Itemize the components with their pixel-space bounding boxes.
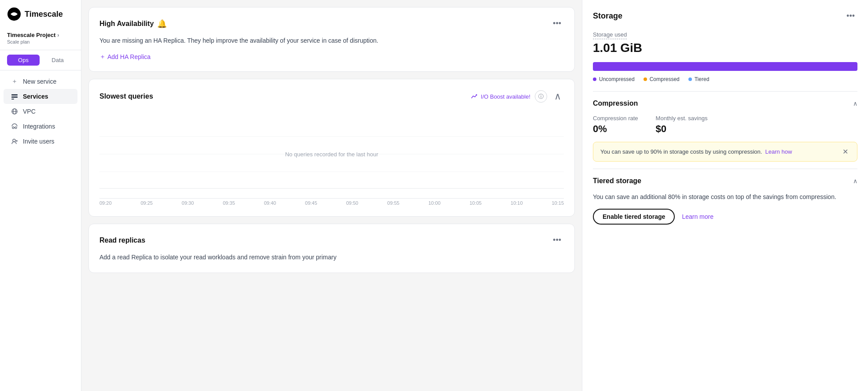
compression-rate-label: Compression rate [593, 115, 638, 122]
ha-card-header: High Availability 🔔 ••• [99, 18, 564, 29]
plus-icon: ＋ [99, 53, 106, 61]
read-replicas-more-button[interactable]: ••• [550, 235, 564, 246]
sidebar-item-services[interactable]: Services [4, 89, 77, 104]
chevron-right-icon: › [57, 32, 59, 38]
compression-info-banner: You can save up to 90% in storage costs … [593, 142, 857, 162]
tiered-storage-collapse-button[interactable] [853, 176, 857, 185]
query-info-button[interactable]: ⓘ [535, 90, 547, 103]
tiered-dot [688, 77, 692, 81]
storage-used-section: Storage used 1.01 GiB [593, 30, 857, 55]
sidebar-item-integrations[interactable]: Integrations [4, 119, 77, 134]
plus-icon: ＋ [11, 77, 18, 85]
main-content: High Availability 🔔 ••• You are missing … [81, 0, 868, 391]
chevron-up-icon [853, 99, 857, 107]
monthly-savings-label: Monthly est. savings [656, 115, 708, 122]
storage-bar [593, 62, 857, 71]
tiered-storage-description: You can save an additional 80% in storag… [593, 192, 857, 202]
services-icon [11, 92, 18, 100]
svg-point-7 [12, 127, 14, 129]
ha-card: High Availability 🔔 ••• You are missing … [88, 7, 575, 72]
compression-section-header: Compression [593, 99, 857, 108]
integrations-icon [11, 122, 18, 130]
read-replicas-title: Read replicas [99, 236, 145, 244]
tab-data[interactable]: Data [41, 55, 74, 66]
svg-rect-3 [11, 99, 14, 100]
enable-tiered-storage-button[interactable]: Enable tiered storage [593, 209, 675, 225]
tiered-storage-section-header: Tiered storage [593, 176, 857, 185]
svg-rect-1 [11, 94, 18, 96]
legend-tiered: Tiered [688, 76, 710, 82]
ha-card-title: High Availability 🔔 [99, 19, 167, 29]
svg-rect-2 [11, 96, 18, 98]
query-header-right: I/O Boost available! ⓘ ∧ [471, 90, 564, 103]
learn-how-link[interactable]: Learn how [765, 148, 792, 155]
uncompressed-dot [593, 77, 596, 81]
project-name[interactable]: Timescale Project › [7, 32, 74, 38]
legend-compressed: Compressed [644, 76, 680, 82]
sidebar-nav: ＋ New service Services VPC Integrations [0, 70, 81, 384]
tab-switcher: Ops Data [0, 50, 81, 70]
project-plan: Scale plan [7, 39, 74, 44]
compression-rate-metric: Compression rate 0% [593, 115, 638, 135]
svg-point-8 [15, 127, 17, 129]
compression-metrics: Compression rate 0% Monthly est. savings… [593, 115, 857, 135]
learn-more-link[interactable]: Learn more [682, 213, 714, 220]
legend-uncompressed: Uncompressed [593, 76, 635, 82]
read-replicas-description: Add a read Replica to isolate your read … [99, 253, 564, 262]
no-data-label: No queries recorded for the last hour [285, 151, 379, 158]
tiered-storage-actions: Enable tiered storage Learn more [593, 209, 857, 225]
tab-ops[interactable]: Ops [7, 55, 40, 66]
vpc-icon [11, 107, 18, 115]
storage-legend: Uncompressed Compressed Tiered [593, 76, 857, 82]
chart-icon [471, 93, 478, 100]
new-service-button[interactable]: ＋ New service [4, 74, 77, 89]
app-name: Timescale [25, 10, 63, 19]
compression-collapse-button[interactable] [853, 99, 857, 108]
add-ha-link[interactable]: ＋ Add HA Replica [99, 53, 151, 61]
ha-more-button[interactable]: ••• [550, 18, 564, 29]
timescale-logo-icon [7, 7, 21, 21]
ha-bell-icon: 🔔 [157, 19, 167, 29]
invite-users-icon [11, 137, 18, 145]
compression-rate-value: 0% [593, 123, 638, 135]
slowest-queries-card: Slowest queries I/O Boost available! ⓘ ∧ [88, 79, 575, 217]
compressed-dot [644, 77, 647, 81]
slowest-queries-title: Slowest queries [99, 92, 153, 100]
compression-info-text: You can save up to 90% in storage costs … [600, 148, 792, 155]
read-replicas-card: Read replicas ••• Add a read Replica to … [88, 224, 575, 273]
slowest-queries-header: Slowest queries I/O Boost available! ⓘ ∧ [99, 90, 564, 103]
sidebar-item-vpc[interactable]: VPC [4, 104, 77, 119]
svg-point-10 [13, 139, 15, 142]
storage-used-label: Storage used [593, 31, 627, 39]
info-banner-close-button[interactable]: ✕ [841, 148, 850, 156]
divider-2 [593, 169, 857, 169]
tiered-chevron-up-icon [853, 176, 857, 185]
tiered-storage-title: Tiered storage [593, 177, 641, 185]
monthly-savings-value: $0 [656, 123, 708, 135]
project-section: Timescale Project › Scale plan [0, 28, 81, 50]
ha-description: You are missing an HA Replica. They help… [99, 36, 564, 45]
io-boost-link[interactable]: I/O Boost available! [471, 93, 530, 100]
storage-used-value: 1.01 GiB [593, 41, 857, 55]
storage-more-button[interactable]: ••• [844, 11, 857, 22]
app-logo: Timescale [0, 7, 81, 28]
read-replicas-header: Read replicas ••• [99, 235, 564, 246]
storage-title: Storage [593, 11, 622, 21]
storage-header: Storage ••• [593, 11, 857, 22]
sidebar: Timescale Timescale Project › Scale plan… [0, 0, 81, 391]
divider-1 [593, 91, 857, 92]
query-collapse-button[interactable]: ∧ [552, 90, 564, 103]
chart-area: No queries recorded for the last hour [99, 110, 564, 198]
chart-x-axis: 09:20 09:25 09:30 09:35 09:40 09:45 09:5… [99, 198, 564, 206]
compression-title: Compression [593, 100, 638, 107]
center-panel: High Availability 🔔 ••• You are missing … [81, 0, 582, 391]
monthly-savings-metric: Monthly est. savings $0 [656, 115, 708, 135]
storage-panel: Storage ••• Storage used 1.01 GiB Uncomp… [582, 0, 868, 391]
sidebar-item-invite-users[interactable]: Invite users [4, 134, 77, 149]
